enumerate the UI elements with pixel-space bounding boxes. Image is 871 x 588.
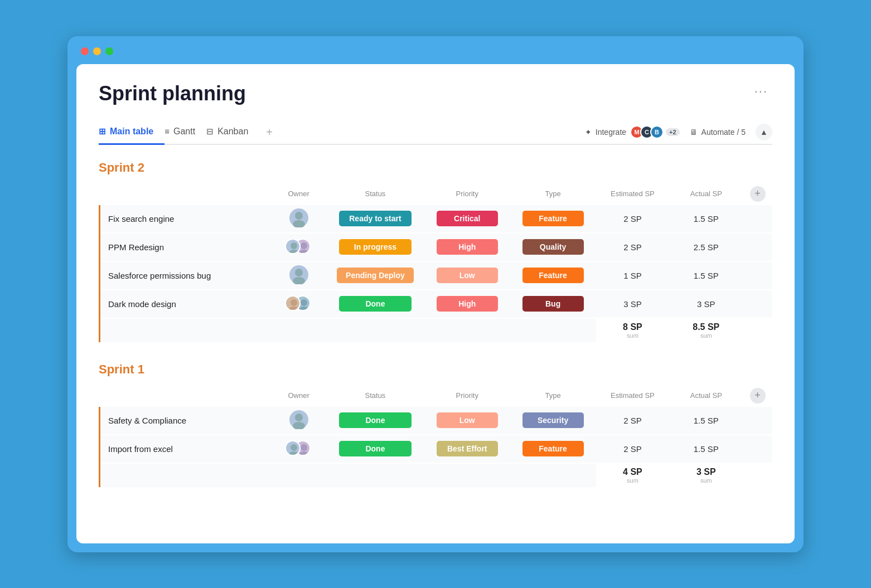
sprint-2-table: Owner Status Priority Type Estimated SP … bbox=[99, 183, 772, 342]
close-dot[interactable] bbox=[81, 47, 89, 55]
owner-cell bbox=[271, 233, 326, 261]
status-badge[interactable]: Pending Deploy bbox=[337, 268, 414, 283]
status-cell[interactable]: Done bbox=[326, 407, 424, 435]
type-badge[interactable]: Feature bbox=[522, 268, 584, 283]
collapse-button[interactable]: ▲ bbox=[756, 124, 772, 140]
task-name: Dark mode design bbox=[100, 299, 176, 309]
status-badge[interactable]: Done bbox=[339, 296, 412, 312]
priority-badge[interactable]: Critical bbox=[437, 211, 498, 226]
maximize-dot[interactable] bbox=[105, 47, 113, 55]
table-row[interactable]: Import from excel Done Best Effort Featu… bbox=[100, 435, 773, 463]
priority-badge[interactable]: Low bbox=[437, 412, 498, 428]
priority-cell[interactable]: High bbox=[424, 233, 510, 261]
add-tab-button[interactable]: + bbox=[259, 122, 279, 143]
tab-kanban[interactable]: ⊟ Kanban bbox=[206, 121, 259, 145]
col-estimated-header: Estimated SP bbox=[596, 183, 670, 205]
sprint-2-section: Sprint 2 Owner Status Priority Type Esti… bbox=[99, 161, 772, 342]
status-badge[interactable]: Done bbox=[339, 412, 412, 428]
svg-point-16 bbox=[301, 444, 307, 451]
automate-label: Automate / 5 bbox=[701, 128, 746, 137]
row-action-cell bbox=[743, 435, 772, 463]
svg-point-13 bbox=[293, 422, 305, 429]
sum-spacer bbox=[100, 318, 596, 342]
task-cell: Salesforce permissions bug bbox=[100, 261, 272, 290]
status-badge[interactable]: In progress bbox=[339, 239, 412, 255]
sum-estimated-label: sum bbox=[602, 332, 664, 339]
svg-point-3 bbox=[289, 250, 299, 254]
actual-sp-cell: 1.5 SP bbox=[669, 435, 743, 463]
task-cell: Dark mode design bbox=[100, 290, 272, 318]
table-row[interactable]: PPM Redesign In progress High Quality 2 … bbox=[100, 233, 773, 261]
task-name: Import from excel bbox=[100, 444, 173, 454]
automate-button[interactable]: 🖥 Automate / 5 bbox=[690, 128, 746, 137]
tab-gantt[interactable]: ≡ Gantt bbox=[164, 121, 206, 145]
type-cell[interactable]: Bug bbox=[510, 290, 596, 318]
svg-point-14 bbox=[291, 444, 297, 451]
table-row[interactable]: Dark mode design Done High Bug 3 SP 3 SP bbox=[100, 290, 773, 318]
estimated-sp-cell: 2 SP bbox=[596, 205, 670, 233]
add-column-button-s1[interactable]: + bbox=[750, 388, 766, 404]
minimize-dot[interactable] bbox=[93, 47, 101, 55]
priority-badge[interactable]: Best Effort bbox=[437, 441, 498, 456]
type-badge[interactable]: Feature bbox=[522, 211, 584, 226]
status-cell[interactable]: Ready to start bbox=[326, 205, 424, 233]
status-badge[interactable]: Ready to start bbox=[339, 211, 412, 226]
col-priority-header-s1: Priority bbox=[424, 385, 510, 407]
status-cell[interactable]: Done bbox=[326, 435, 424, 463]
owner-cell bbox=[271, 205, 326, 233]
automate-icon: 🖥 bbox=[690, 128, 698, 137]
type-cell[interactable]: Security bbox=[510, 407, 596, 435]
more-button[interactable]: ··· bbox=[750, 82, 772, 101]
actual-sp-cell: 3 SP bbox=[669, 290, 743, 318]
table-row[interactable]: Safety & Compliance Done Low Security 2 … bbox=[100, 407, 773, 435]
type-cell[interactable]: Quality bbox=[510, 233, 596, 261]
col-owner-header: Owner bbox=[271, 183, 326, 205]
task-name: Safety & Compliance bbox=[100, 416, 186, 425]
estimated-sp-cell: 2 SP bbox=[596, 435, 670, 463]
sum-actual-label: sum bbox=[675, 477, 737, 484]
svg-point-12 bbox=[295, 414, 303, 421]
priority-cell[interactable]: Low bbox=[424, 407, 510, 435]
integrate-button[interactable]: ✦ Integrate M C B +2 bbox=[585, 125, 680, 139]
priority-cell[interactable]: Best Effort bbox=[424, 435, 510, 463]
type-badge[interactable]: Quality bbox=[522, 239, 584, 255]
actual-sp-cell: 1.5 SP bbox=[669, 205, 743, 233]
table-row[interactable]: Salesforce permissions bug Pending Deplo… bbox=[100, 261, 773, 290]
priority-cell[interactable]: Low bbox=[424, 261, 510, 290]
type-badge[interactable]: Feature bbox=[522, 441, 584, 456]
integrate-icon: ✦ bbox=[585, 128, 592, 137]
tab-main-table[interactable]: ⊞ Main table bbox=[99, 121, 164, 145]
status-cell[interactable]: In progress bbox=[326, 233, 424, 261]
type-badge[interactable]: Security bbox=[522, 412, 584, 428]
svg-point-11 bbox=[299, 307, 309, 311]
status-cell[interactable]: Done bbox=[326, 290, 424, 318]
priority-cell[interactable]: High bbox=[424, 290, 510, 318]
sprint-1-section: Sprint 1 Owner Status Priority Type Esti… bbox=[99, 362, 772, 487]
status-badge[interactable]: Done bbox=[339, 441, 412, 456]
priority-badge[interactable]: High bbox=[437, 296, 498, 312]
add-column-button[interactable]: + bbox=[750, 186, 766, 202]
estimated-sp-cell: 1 SP bbox=[596, 261, 670, 290]
sum-row: 4 SP sum 3 SP sum bbox=[100, 463, 773, 487]
table-row[interactable]: Fix search engine Ready to start Critica… bbox=[100, 205, 773, 233]
col-actual-header: Actual SP bbox=[669, 183, 743, 205]
type-cell[interactable]: Feature bbox=[510, 261, 596, 290]
sum-spacer bbox=[100, 463, 596, 487]
row-action-cell bbox=[743, 290, 772, 318]
sum-estimated-value: 4 SP sum bbox=[602, 467, 664, 484]
type-cell[interactable]: Feature bbox=[510, 205, 596, 233]
tab-gantt-label: Gantt bbox=[173, 127, 195, 137]
tabs-bar: ⊞ Main table ≡ Gantt ⊟ Kanban + ✦ Integr… bbox=[99, 121, 772, 145]
kanban-icon: ⊟ bbox=[206, 127, 214, 137]
estimated-sp-cell: 3 SP bbox=[596, 290, 670, 318]
priority-badge[interactable]: High bbox=[437, 239, 498, 255]
type-cell[interactable]: Feature bbox=[510, 435, 596, 463]
task-cell: Import from excel bbox=[100, 435, 272, 463]
sprint-1-label: Sprint 1 bbox=[99, 362, 772, 377]
priority-cell[interactable]: Critical bbox=[424, 205, 510, 233]
priority-badge[interactable]: Low bbox=[437, 268, 498, 283]
sum-action bbox=[743, 318, 772, 342]
status-cell[interactable]: Pending Deploy bbox=[326, 261, 424, 290]
sprint-1-table: Owner Status Priority Type Estimated SP … bbox=[99, 385, 772, 487]
type-badge[interactable]: Bug bbox=[522, 296, 584, 312]
